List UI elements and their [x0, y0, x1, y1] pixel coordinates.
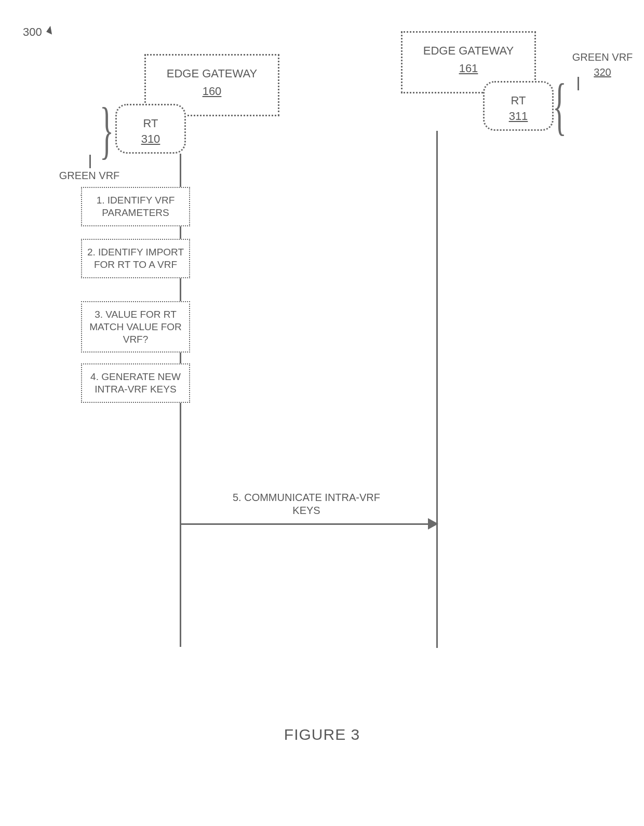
- brace-icon: }: [100, 93, 114, 167]
- step-1: 1. IDENTIFY VRF PARAMETERS: [81, 187, 190, 226]
- figure-caption: FIGURE 3: [0, 725, 644, 744]
- step-5-label: 5. COMMUNICATE INTRA-VRF KEYS: [223, 491, 390, 517]
- routing-table-310: RT 310: [115, 104, 186, 154]
- green-vrf-label-right: GREEN VRF 320: [566, 51, 639, 79]
- step-4: 4. GENERATE NEW INTRA-VRF KEYS: [81, 363, 190, 403]
- vrf-number: 320: [566, 66, 639, 79]
- brace-icon: {: [553, 70, 567, 143]
- gateway-title: EDGE GATEWAY: [403, 44, 534, 58]
- step-2: 2. IDENTIFY IMPORT FOR RT TO A VRF: [81, 239, 190, 278]
- arrowhead-icon: [46, 26, 56, 35]
- gateway-number: 160: [146, 85, 278, 98]
- rt-label: RT: [485, 94, 552, 107]
- rt-label: RT: [117, 117, 184, 130]
- connector-line: [89, 155, 91, 168]
- gateway-title: EDGE GATEWAY: [146, 67, 278, 80]
- figure-id: 300: [23, 25, 42, 39]
- rt-number: 311: [485, 110, 552, 123]
- gateway-number: 161: [403, 62, 534, 75]
- arrow-right-icon: [428, 518, 438, 530]
- lifeline-161: [436, 131, 438, 648]
- routing-table-311: RT 311: [483, 81, 554, 131]
- arrow-line: [181, 523, 431, 525]
- vrf-name: GREEN VRF: [59, 170, 120, 181]
- rt-number: 310: [117, 132, 184, 146]
- vrf-name: GREEN VRF: [572, 51, 633, 63]
- step-3: 3. VALUE FOR RT MATCH VALUE FOR VRF?: [81, 301, 190, 353]
